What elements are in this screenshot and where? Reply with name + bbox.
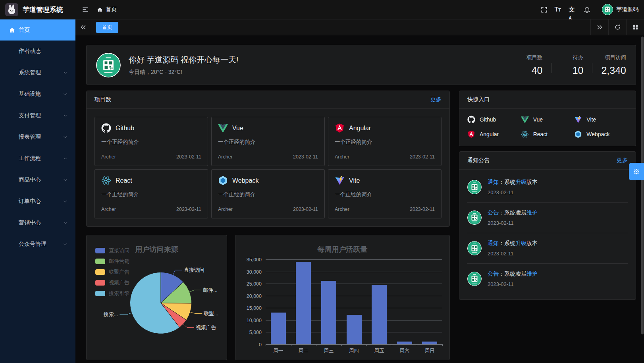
sidebar-item-report[interactable]: 报表管理 — [0, 126, 75, 148]
sidebar-item-label: 公众号管理 — [19, 241, 46, 248]
chevron-down-icon — [63, 242, 68, 247]
quick-link-label: React — [533, 131, 548, 137]
quick-entry-header: 快捷入口 — [459, 91, 636, 109]
quick-link-vite[interactable]: Vite — [574, 116, 628, 124]
y-axis-tick-label: 30,000 — [247, 269, 262, 275]
x-axis-tick-label: 周五 — [366, 344, 392, 356]
breadcrumb-item: 首页 — [106, 6, 117, 13]
sidebar-item-infra[interactable]: 基础设施 — [0, 83, 75, 105]
y-axis-tick-label: 5,000 — [249, 330, 262, 335]
quick-link-react[interactable]: React — [521, 130, 575, 138]
notice-item[interactable]: 公告：系统凌晨维护2023-02-11 — [467, 264, 628, 294]
project-card-github[interactable]: Github一个正经的简介Archer2023-02-11 — [94, 117, 208, 166]
legend-item[interactable]: 联盟广告 — [95, 268, 129, 276]
bar — [296, 262, 311, 345]
project-card-webpack[interactable]: Webpack一个正经的简介Archer2023-02-11 — [211, 169, 325, 218]
user-menu[interactable]: 芋道源码 — [602, 4, 638, 15]
x-axis-tick-label: 周六 — [392, 344, 417, 356]
project-card-react[interactable]: React一个正经的简介Archer2023-02-11 — [94, 169, 208, 218]
sidebar-item-order[interactable]: 订单中心 — [0, 191, 75, 212]
sidebar-item-marketing[interactable]: 营销中心 — [0, 212, 75, 234]
sidebar-item-label: 系统管理 — [19, 69, 41, 76]
notice-more-link[interactable]: 更多 — [617, 157, 628, 164]
angular-logo-icon — [467, 130, 475, 138]
refresh-tab-button[interactable] — [608, 19, 626, 35]
legend-item[interactable]: 直接访问 — [95, 247, 129, 254]
notice-title: 公告：系统凌晨维护 — [488, 209, 538, 216]
app-logo-area[interactable]: 芋道管理系统 — [0, 3, 75, 16]
sidebar-item-system[interactable]: 系统管理 — [0, 62, 75, 83]
legend-label: 视频广告 — [109, 279, 129, 286]
bar-chart-plot — [266, 260, 442, 345]
tabs-scroll-right-button[interactable] — [590, 19, 608, 35]
github-logo-icon — [467, 116, 475, 124]
bar-chart-card: 每周用户活跃量 05,00010,00015,00020,00025,00030… — [235, 235, 450, 360]
sidebar-collapse-button[interactable] — [79, 4, 91, 15]
quick-link-github[interactable]: Github — [467, 116, 521, 124]
theme-settings-button[interactable] — [629, 163, 644, 180]
project-description: 一个正经的简介 — [101, 191, 201, 198]
sidebar-item-pay[interactable]: 支付管理 — [0, 105, 75, 126]
legend-label: 邮件营销 — [109, 258, 129, 265]
sidebar-item-label: 作者动态 — [19, 48, 41, 55]
greeting-stats: 项目数 40 待办 10 项目访问 2,340 — [519, 54, 626, 76]
project-card-vite[interactable]: Vite一个正经的简介Archer2023-02-11 — [328, 169, 442, 218]
svg-text:联盟...: 联盟... — [203, 311, 218, 317]
sidebar-item-mp[interactable]: 公众号管理 — [0, 234, 75, 255]
gear-icon — [632, 168, 640, 176]
fullscreen-button[interactable] — [537, 2, 551, 17]
legend-item[interactable]: 搜索引擎 — [95, 290, 129, 297]
y-axis-tick-label: 25,000 — [247, 281, 262, 287]
react-logo-icon — [521, 130, 529, 138]
svg-text:邮件...: 邮件... — [203, 287, 218, 293]
font-size-button[interactable]: TT — [551, 2, 565, 17]
tab-home[interactable]: 首页 — [96, 22, 118, 33]
notice-title: 公告：系统凌晨维护 — [488, 270, 538, 278]
legend-item[interactable]: 邮件营销 — [95, 258, 129, 265]
notice-title: 通知：系统升级版本 — [488, 179, 538, 186]
project-description: 一个正经的简介 — [335, 191, 435, 198]
project-name: Webpack — [232, 177, 258, 184]
stat-todo: 待办 10 — [560, 54, 583, 76]
projects-more-link[interactable]: 更多 — [430, 96, 442, 103]
legend-swatch — [95, 269, 105, 275]
notice-avatar-qr — [467, 241, 482, 255]
quick-link-angular[interactable]: Angular — [467, 130, 521, 138]
bar-chart: 05,00010,00015,00020,00025,00030,00035,0… — [243, 260, 442, 356]
tab-options-button[interactable] — [626, 19, 644, 35]
sidebar-item-home[interactable]: 首页 — [0, 19, 75, 41]
x-axis-tick-label: 周日 — [417, 344, 442, 356]
tabs-scroll-left-button[interactable] — [75, 19, 91, 35]
fontsize-icon: TT — [555, 6, 562, 14]
project-description: 一个正经的简介 — [335, 139, 435, 146]
notice-item[interactable]: 公告：系统凌晨维护2023-02-11 — [467, 203, 628, 233]
project-description: 一个正经的简介 — [218, 139, 318, 146]
webpack-logo-icon — [218, 176, 228, 185]
project-author: Archer — [335, 207, 349, 212]
notice-item[interactable]: 通知：系统升级版本2023-02-11 — [467, 172, 628, 202]
page-scrollbar-thumb[interactable] — [641, 37, 644, 334]
legend-item[interactable]: 视频广告 — [95, 279, 129, 286]
pie-chart-legend: 直接访问邮件营销联盟广告视频广告搜索引擎 — [95, 247, 129, 297]
quick-link-label: Github — [480, 116, 496, 123]
project-card-vue[interactable]: Vue一个正经的简介Archer2023-02-11 — [211, 117, 325, 166]
y-axis-tick-label: 10,000 — [247, 318, 262, 323]
github-logo-icon — [101, 123, 111, 133]
notice-panel: 通知公告 更多 通知：系统升级版本2023-02-11公告：系统凌晨维护2023… — [459, 151, 636, 300]
translate-button[interactable]: 文A — [565, 2, 580, 17]
notice-item[interactable]: 通知：系统升级版本2023-02-11 — [467, 233, 628, 263]
x-axis-tick-label: 周四 — [341, 344, 367, 356]
user-name: 芋道源码 — [616, 6, 638, 13]
sidebar-item-product[interactable]: 商品中心 — [0, 169, 75, 191]
quick-entry-grid: GithubVueViteAngularReactWebpack — [459, 109, 636, 146]
notifications-button[interactable] — [580, 2, 594, 17]
project-card-angular[interactable]: Angular一个正经的简介Archer2023-02-11 — [328, 117, 442, 166]
sidebar-item-label: 工作流程 — [19, 155, 41, 162]
breadcrumb[interactable]: 首页 — [97, 6, 117, 13]
quick-link-vue[interactable]: Vue — [521, 116, 575, 124]
user-avatar — [602, 4, 613, 15]
sidebar-item-author[interactable]: 作者动态 — [0, 41, 75, 62]
chevron-down-icon — [63, 199, 68, 204]
quick-link-webpack[interactable]: Webpack — [574, 130, 628, 138]
sidebar-item-workflow[interactable]: 工作流程 — [0, 148, 75, 169]
